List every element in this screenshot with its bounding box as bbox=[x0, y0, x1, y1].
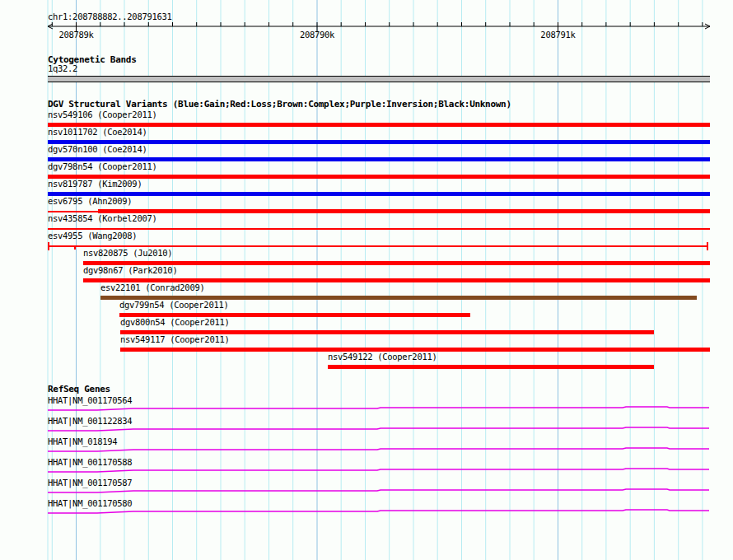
cytoband-label: 1q32.2 bbox=[48, 64, 77, 73]
variant-label: dgv798n54 (Cooper2011) bbox=[48, 162, 156, 171]
variant-label: nsv1011702 (Coe2014) bbox=[48, 128, 147, 137]
variant-label: dgv800n54 (Cooper2011) bbox=[120, 318, 229, 327]
variant-bar[interactable] bbox=[48, 192, 710, 196]
section-title-dgv-structural-variants: DGV Structural Variants (Blue:Gain;Red:L… bbox=[48, 100, 511, 109]
variant-label: nsv435854 (Korbel2007) bbox=[48, 214, 156, 223]
variant-bar[interactable] bbox=[328, 365, 654, 369]
variant-endcap-left bbox=[48, 242, 49, 250]
variant-label: nsv819787 (Kim2009) bbox=[48, 180, 142, 189]
region-title: chr1:208788882..208791631 bbox=[48, 12, 172, 21]
variant-label: dgv570n100 (Coe2014) bbox=[48, 145, 147, 154]
gene-transcript-line[interactable] bbox=[48, 510, 709, 513]
gene-transcript-line[interactable] bbox=[48, 448, 709, 451]
genome-browser-view: chr1:208788882..208791631 Cytogenetic Ba… bbox=[0, 0, 733, 560]
gene-transcript-line[interactable] bbox=[48, 407, 709, 410]
variant-label: esv6795 (Ahn2009) bbox=[48, 197, 132, 206]
variant-bar[interactable] bbox=[48, 175, 710, 179]
ruler-tick-label: 208789k bbox=[58, 30, 93, 40]
variant-endcap-right bbox=[707, 242, 708, 250]
gene-transcript-line[interactable] bbox=[48, 469, 709, 472]
gene-label: HHAT|NM_001170587 bbox=[48, 478, 132, 488]
gene-transcript-line[interactable] bbox=[48, 489, 709, 492]
variant-bar[interactable] bbox=[98, 209, 710, 213]
variant-label: nsv549117 (Cooper2011) bbox=[120, 335, 229, 344]
gene-label: HHAT|NM_001170588 bbox=[48, 458, 132, 467]
gene-label: HHAT|NM_001170580 bbox=[48, 499, 132, 508]
variant-bar[interactable] bbox=[48, 245, 708, 247]
variant-label: nsv549106 (Cooper2011) bbox=[48, 110, 156, 119]
gene-label: HHAT|NM_018194 bbox=[48, 437, 117, 446]
section-title-refseq-genes: RefSeq Genes bbox=[48, 385, 110, 394]
ruler-tick-label: 208791k bbox=[540, 30, 575, 40]
variant-label: nsv820875 (Ju2010) bbox=[83, 249, 172, 258]
gene-label: HHAT|NM_001170564 bbox=[48, 396, 132, 405]
variant-label: esv4955 (Wang2008) bbox=[48, 231, 137, 240]
variant-bar[interactable] bbox=[48, 123, 710, 127]
variant-label: dgv799n54 (Cooper2011) bbox=[119, 301, 228, 310]
cytoband-bar bbox=[48, 76, 710, 82]
variant-label: esv22101 (Conrad2009) bbox=[100, 283, 204, 292]
variant-bar-thin-segment[interactable] bbox=[48, 211, 98, 212]
variant-label: dgv98n67 (Park2010) bbox=[83, 266, 177, 275]
variant-bar[interactable] bbox=[48, 140, 710, 144]
variant-label: nsv549122 (Cooper2011) bbox=[328, 352, 437, 362]
gene-label: HHAT|NM_001122834 bbox=[48, 417, 132, 426]
gene-transcript-line[interactable] bbox=[48, 427, 709, 431]
variant-breakpoint-tick bbox=[74, 245, 76, 250]
variant-bar[interactable] bbox=[48, 228, 710, 230]
ruler-tick-label: 208790k bbox=[300, 30, 334, 40]
ruler bbox=[48, 22, 710, 31]
variant-bar[interactable] bbox=[83, 261, 710, 265]
